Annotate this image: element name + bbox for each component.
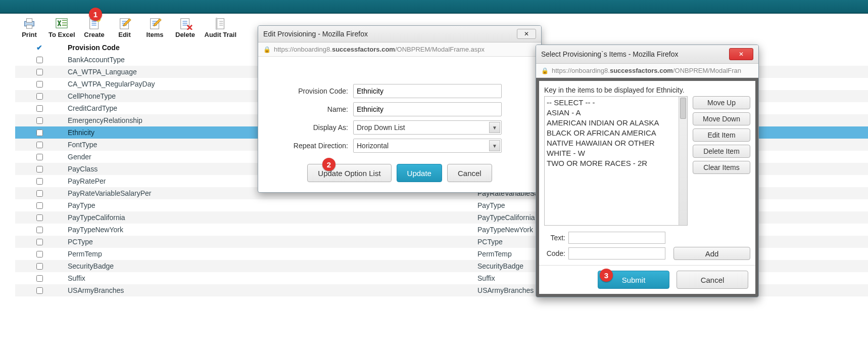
annotation-step-1: 1 [89,8,102,21]
row-checkbox[interactable] [36,287,43,294]
list-item[interactable]: -- SELECT -- - [547,98,685,108]
list-item[interactable]: BLACK OR AFRICAN AMERICA [547,128,685,138]
items-listbox[interactable]: -- SELECT -- -ASIAN - AAMERICAN INDIAN O… [544,96,688,226]
chevron-down-icon: ▼ [489,122,500,133]
row-checkbox[interactable] [36,57,43,63]
name-label: Name: [272,105,353,113]
display-as-label: Display As: [272,123,353,132]
audit-trail-button[interactable]: Audit Trail [202,17,240,38]
row-checkbox[interactable] [36,69,43,75]
row-checkbox[interactable] [36,202,43,209]
row-checkbox[interactable] [36,154,43,160]
audit-trail-label: Audit Trail [205,31,237,38]
delete-label: Delete [175,31,195,38]
svg-rect-1 [26,19,32,22]
row-checkbox[interactable] [36,93,43,100]
row-checkbox[interactable] [36,214,43,221]
provision-code-cell: PayTypeCalifornia [64,211,473,224]
row-checkbox[interactable] [36,142,43,148]
provision-code-cell: USArmyBranches [64,284,473,296]
row-checkbox[interactable] [36,105,43,112]
edit-provisioning-dialog: Edit Provisioning - Mozilla Firefox ✕ 🔒 … [258,25,542,193]
create-label: Create [84,31,104,38]
display-as-select[interactable]: Drop Down List▼ [353,120,502,135]
row-checkbox[interactable] [36,81,43,88]
row-checkbox[interactable] [36,129,43,136]
svg-rect-10 [216,18,218,30]
provision-code-cell: PayType [64,199,473,211]
annotation-step-3: 3 [600,269,613,282]
chevron-down-icon: ▼ [489,140,500,151]
update-button[interactable]: Update [397,164,442,182]
edit-button[interactable]: Edit [111,17,139,38]
edit-item-button[interactable]: Edit Item [693,128,750,142]
list-item[interactable]: AMERICAN INDIAN OR ALASKA [547,118,685,128]
delete-item-button[interactable]: Delete Item [693,145,750,158]
repeat-direction-select[interactable]: Horizontal▼ [353,139,502,153]
repeat-direction-label: Repeat Direction: [272,142,353,150]
row-checkbox[interactable] [36,275,43,282]
provision-code-cell: PermTemp [64,248,473,260]
delete-button[interactable]: Delete [171,17,200,38]
url-bar: 🔒 https://onboarding8.successfactors.com… [258,42,541,57]
to-excel-button[interactable]: To Excel [45,17,78,38]
list-item[interactable]: ASIAN - A [547,108,685,118]
print-button[interactable]: Print [15,17,43,38]
code-label: Code: [544,249,565,257]
cancel-button[interactable]: Cancel [677,271,748,289]
svg-rect-2 [26,25,32,29]
text-label: Text: [544,234,565,242]
update-option-list-button[interactable]: Update Option List [307,164,391,182]
scrollbar[interactable] [679,97,687,225]
clear-items-button[interactable]: Clear Items [693,161,750,174]
move-up-button[interactable]: Move Up [693,96,750,109]
text-input[interactable] [568,232,665,244]
cancel-button[interactable]: Cancel [447,164,492,182]
list-item[interactable]: TWO OR MORE RACES - 2R [547,158,685,168]
provision-code-input[interactable] [353,84,502,98]
code-input[interactable] [568,247,665,260]
row-checkbox[interactable] [36,178,43,185]
select-items-dialog: Select Provisioning`s Items - Mozilla Fi… [536,45,759,297]
url-bar: 🔒 https://onboarding8.successfactors.com… [536,64,758,78]
provision-code-cell: PayTypeNewYork [64,224,473,236]
items-instruction: Key in the items to be displayed for Eth… [544,86,750,94]
print-label: Print [22,31,37,38]
row-checkbox[interactable] [36,263,43,270]
items-dialog-title: Select Provisioning`s Items - Mozilla Fi… [541,50,679,58]
annotation-step-2: 2 [322,158,335,171]
lock-icon: 🔒 [263,46,271,53]
name-input[interactable] [353,102,502,116]
provision-code-cell: Suffix [64,272,473,284]
row-checkbox[interactable] [36,251,43,257]
edit-dialog-title: Edit Provisioning - Mozilla Firefox [263,30,368,38]
items-button[interactable]: Items [141,17,169,38]
row-checkbox[interactable] [36,166,43,172]
row-checkbox[interactable] [36,227,43,233]
provision-code-label: Provision Code: [272,87,353,95]
list-item[interactable]: NATIVE HAWAIIAN OR OTHER [547,138,685,148]
close-button[interactable]: ✕ [729,48,753,60]
svg-rect-9 [217,19,224,29]
svg-rect-8 [180,19,189,29]
close-button[interactable]: ✕ [517,29,536,39]
edit-label: Edit [118,31,131,38]
row-checkbox[interactable] [36,117,43,124]
provision-code-cell: SecurityBadge [64,260,473,272]
list-item[interactable]: WHITE - W [547,148,685,158]
provision-code-cell: PCType [64,236,473,248]
row-checkbox[interactable] [36,239,43,245]
row-checkbox[interactable] [36,190,43,197]
lock-icon: 🔒 [541,67,549,74]
select-column-icon: ✔ [36,44,42,52]
move-down-button[interactable]: Move Down [693,112,750,125]
items-label: Items [147,31,164,38]
add-button[interactable]: Add [673,247,750,260]
to-excel-label: To Excel [49,31,75,38]
